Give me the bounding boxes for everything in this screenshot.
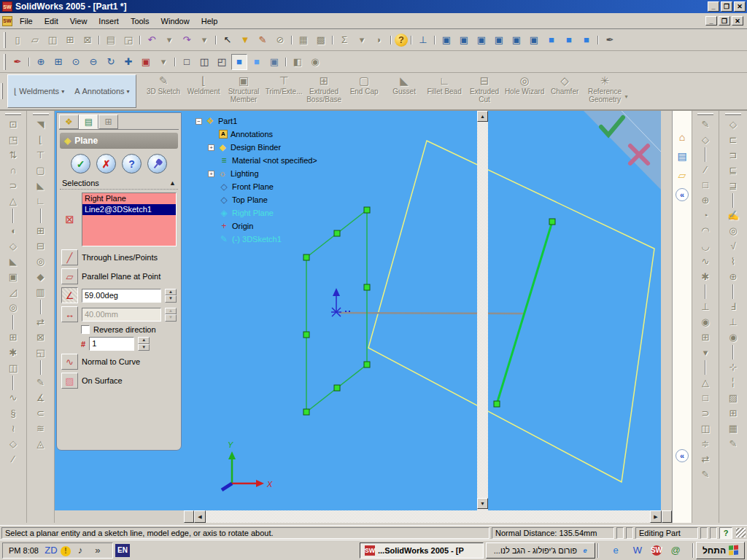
delete-face-icon[interactable]: ⊠ xyxy=(33,330,49,345)
vertical-scrollbar[interactable]: ▲ ▼ xyxy=(477,111,488,510)
spin-view-icon[interactable]: ✒ xyxy=(9,54,26,70)
cmgr-button-3d-sketch[interactable]: ✎3D Sketch xyxy=(144,73,184,109)
move-face-icon[interactable]: ⇄ xyxy=(33,314,49,330)
view-left-icon[interactable]: ▣ xyxy=(473,32,489,48)
menu-item-window[interactable]: Window xyxy=(155,15,196,27)
taskbar-button-forum[interactable]: e פורום ג'יפולוג - הגב לנו... xyxy=(486,542,595,559)
design-library-icon[interactable]: ▤ xyxy=(677,150,686,162)
dimension-v-icon[interactable]: ⊐ xyxy=(725,147,741,163)
sketch-3d-icon[interactable]: ✎ xyxy=(697,467,713,482)
expand-box-icon[interactable]: + xyxy=(208,144,214,151)
datum-target-icon[interactable]: ⊥ xyxy=(725,314,741,330)
curvature-comb-icon[interactable]: ◗ xyxy=(371,32,387,48)
spline-icon[interactable]: ∿ xyxy=(697,254,713,269)
pin-button[interactable] xyxy=(147,154,167,174)
sketch-vertex-handle[interactable] xyxy=(364,362,370,368)
dimension-icon[interactable]: ⊘ xyxy=(272,32,288,48)
convert-entities-icon[interactable]: ⊂ xyxy=(33,405,49,421)
ok-button[interactable]: ✓ xyxy=(71,154,90,174)
toolbar-grip[interactable] xyxy=(5,113,21,115)
horizontal-scrollbar[interactable]: ◀ ▶ xyxy=(184,510,672,523)
centerline-icon[interactable]: ╎ xyxy=(725,375,741,390)
shaded-with-edges-icon[interactable]: ■ xyxy=(231,54,247,70)
tangent-arc-icon[interactable]: ◠ xyxy=(697,223,713,238)
smart-dimension-icon[interactable]: ∡ xyxy=(33,390,49,405)
scroll-left-icon[interactable]: ◀ xyxy=(194,510,206,523)
distance-button[interactable]: ↔ xyxy=(61,306,78,322)
solidworks-quicklaunch-icon[interactable]: SW xyxy=(651,545,662,556)
end-cap-icon[interactable]: ▢ xyxy=(33,163,49,178)
mirror-icon[interactable]: ◫ xyxy=(5,360,21,376)
toolbar-grip[interactable] xyxy=(33,113,49,115)
split-line-icon[interactable]: ≀ xyxy=(5,421,21,436)
cmgr-button-weldment[interactable]: ⌊Weldment xyxy=(184,73,224,109)
menu-item-view[interactable]: View xyxy=(64,15,93,27)
revision-icon[interactable]: ✎ xyxy=(725,436,741,451)
cmgr-button-hole-wizard[interactable]: ◎Hole Wizard xyxy=(505,73,545,109)
sketch-vertex-handle[interactable] xyxy=(303,409,309,415)
view-dimetric-icon[interactable]: ■ xyxy=(578,32,595,48)
cmgr-button-trim-exte[interactable]: ⊤Trim/Exte... xyxy=(264,73,304,109)
tree-item-3dsketch1[interactable]: ✎(-) 3DSketch1 xyxy=(196,233,317,246)
point-icon[interactable]: ✱ xyxy=(697,269,713,284)
angle-spinner[interactable]: ▲▼ xyxy=(165,289,177,303)
scroll-up-icon[interactable]: ▲ xyxy=(477,111,488,122)
sketch-pencil-icon[interactable]: ✎ xyxy=(33,375,49,390)
propertymanager-tab[interactable]: ▤ xyxy=(79,114,98,129)
blocks-icon[interactable]: ⊞ xyxy=(725,405,741,421)
baseline-dim-icon[interactable]: ⊑ xyxy=(725,163,741,178)
help-button[interactable]: ? xyxy=(122,154,142,174)
mirror-entities-icon[interactable]: ◬ xyxy=(33,436,49,451)
number-of-planes-spinner[interactable]: ▲▼ xyxy=(138,337,150,351)
weld-symbol-icon[interactable]: ⌇ xyxy=(725,254,741,269)
reference-axis-icon[interactable]: ∕ xyxy=(5,451,21,467)
sketch-vertex-handle[interactable] xyxy=(303,254,309,260)
surface-finish-icon[interactable]: √ xyxy=(725,238,741,254)
tree-item-annotations[interactable]: AAnnotations xyxy=(196,128,317,141)
resize-grip[interactable] xyxy=(736,528,746,537)
options-icon[interactable]: ▩ xyxy=(313,32,329,48)
cmgr-button-extruded-cut[interactable]: ⊟Extruded Cut xyxy=(465,73,505,109)
structural-member-icon[interactable]: ⌊ xyxy=(33,132,49,147)
tab-weldments[interactable]: ⌊ Weldments▾ xyxy=(11,85,67,98)
print-icon[interactable]: ▤ xyxy=(103,32,119,48)
standard-views-dropdown-icon[interactable]: ▾ xyxy=(155,54,171,70)
through-lines-points-button[interactable]: ╱ xyxy=(61,249,78,265)
circle-icon[interactable]: ⊕ xyxy=(697,192,713,208)
menu-item-edit[interactable]: Edit xyxy=(39,15,64,27)
zd-tray-icon[interactable]: ZD xyxy=(43,542,59,559)
hidden-lines-visible-icon[interactable]: ◫ xyxy=(196,54,212,70)
cut-icon[interactable]: ⊟ xyxy=(33,238,49,254)
solidworks-resources-icon[interactable]: ⌂ xyxy=(679,131,685,143)
center-mark-icon[interactable]: ⊹ xyxy=(725,359,741,375)
plane2-icon[interactable]: ◇ xyxy=(725,117,741,132)
select-icon[interactable]: ↖ xyxy=(220,32,236,48)
graphics-viewport[interactable]: Y X −❖Part1AAnnotations+◆Design Binder≡M… xyxy=(184,111,661,510)
equations-dropdown-icon[interactable]: ▾ xyxy=(354,32,370,48)
scroll-right-icon[interactable]: ▶ xyxy=(650,510,662,523)
configurationmanager-tab[interactable]: ⊞ xyxy=(98,114,118,129)
equations-icon[interactable]: Σ xyxy=(336,32,352,48)
balloon-icon[interactable]: ◎ xyxy=(725,223,741,238)
menu-item-help[interactable]: Help xyxy=(196,15,224,27)
dimension-h-icon[interactable]: ⊏ xyxy=(725,132,741,147)
maximize-button[interactable]: ❐ xyxy=(721,1,732,12)
tray-expand-icon[interactable]: » xyxy=(90,542,106,559)
ie-quicklaunch-icon[interactable]: e xyxy=(608,542,624,559)
sketch-vertex-handle[interactable] xyxy=(303,332,309,338)
dome-icon[interactable]: △ xyxy=(5,193,21,209)
hole-callout-icon[interactable]: ◉ xyxy=(725,330,741,345)
pattern-dropdown-icon[interactable]: ▾ xyxy=(697,345,713,360)
view-top-icon[interactable]: ▣ xyxy=(508,32,525,48)
reverse-direction-checkbox[interactable] xyxy=(81,325,90,334)
line-icon[interactable]: ∕ xyxy=(697,162,713,177)
normal-to-curve-button[interactable]: ∿ xyxy=(61,354,78,370)
cmgr-button-fillet-bead[interactable]: ∟Fillet Bead xyxy=(425,73,465,109)
mirror2-icon[interactable]: ◫ xyxy=(697,421,713,436)
collapse-task-pane-icon[interactable]: « xyxy=(676,188,689,201)
extend-icon[interactable]: □ xyxy=(697,390,713,405)
cancel-button[interactable]: ✗ xyxy=(96,154,116,174)
offset-entities-icon[interactable]: ≋ xyxy=(33,421,49,436)
extrude-icon[interactable]: ⊞ xyxy=(33,223,49,238)
toolbar-grip[interactable] xyxy=(697,113,713,115)
